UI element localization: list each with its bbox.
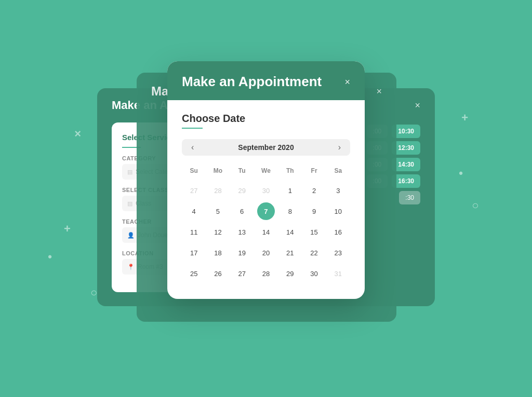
deco-plus-1: + — [64, 222, 71, 236]
cal-day-13[interactable]: 13 — [233, 223, 251, 241]
cal-day-27[interactable]: 27 — [233, 265, 251, 282]
front-card-title: Make an Appointment — [182, 74, 322, 90]
cal-day-15[interactable]: 15 — [305, 223, 323, 241]
choose-date-underline — [182, 128, 203, 129]
deco-dot-2: • — [459, 167, 463, 180]
cal-day-25[interactable]: 25 — [185, 265, 203, 282]
cal-week-2: 4 5 6 7 8 9 10 — [182, 201, 350, 221]
cal-day-29[interactable]: 29 — [281, 265, 299, 282]
deco-plus-2: + — [461, 111, 468, 125]
cal-day-5[interactable]: 5 — [209, 202, 227, 220]
cal-day-21[interactable]: 21 — [281, 244, 299, 262]
category-icon: ▤ — [127, 169, 132, 175]
calendar-nav: ‹ September 2020 › — [182, 139, 350, 156]
cal-day-23[interactable]: 23 — [329, 244, 347, 262]
calendar-header-row: Su Mo Tu We Th Fr Sa — [182, 165, 350, 176]
cal-day-2[interactable]: 2 — [305, 182, 323, 199]
class-icon: ▤ — [127, 200, 132, 207]
deco-circle-1: ○ — [90, 286, 97, 299]
cal-week-5: 25 26 27 28 29 30 31 — [182, 264, 350, 283]
front-card-close-button[interactable]: × — [344, 77, 350, 87]
front-card-header: Make an Appointment × — [167, 61, 365, 100]
cal-day-26[interactable]: 26 — [209, 265, 227, 282]
cal-day-27-prev[interactable]: 27 — [185, 182, 203, 199]
cal-day-31-next[interactable]: 31 — [329, 265, 347, 282]
cal-day-11[interactable]: 11 — [185, 223, 203, 241]
prev-month-button[interactable]: ‹ — [189, 143, 196, 152]
cal-day-16[interactable]: 16 — [329, 223, 347, 241]
day-header-mo: Mo — [206, 165, 230, 176]
choose-date-title: Choose Date — [182, 113, 350, 125]
cal-week-1: 27 28 29 30 1 2 3 — [182, 181, 350, 200]
cal-week-3: 11 12 13 14 14 15 16 — [182, 222, 350, 242]
cal-week-4: 17 18 19 20 21 22 23 — [182, 243, 350, 263]
cal-day-30-prev[interactable]: 30 — [257, 182, 275, 199]
cal-day-19[interactable]: 19 — [233, 244, 251, 262]
front-card: Make an Appointment × Choose Date ‹ Sept… — [167, 61, 365, 299]
day-header-tu: Tu — [230, 165, 254, 176]
time-slot-partial[interactable]: :30 — [399, 191, 420, 204]
deco-dot-1: • — [48, 250, 52, 264]
deco-cross-1: × — [74, 127, 81, 141]
cal-day-6[interactable]: 6 — [233, 202, 251, 220]
location-icon: 📍 — [127, 264, 135, 270]
day-header-we: We — [254, 165, 278, 176]
day-header-fr: Fr — [302, 165, 326, 176]
cal-day-1[interactable]: 1 — [281, 182, 299, 199]
cal-day-17[interactable]: 17 — [185, 244, 203, 262]
cal-day-14[interactable]: 14 — [257, 223, 275, 241]
cal-day-10[interactable]: 10 — [329, 202, 347, 220]
cal-day-28[interactable]: 28 — [257, 265, 275, 282]
cal-day-7-selected[interactable]: 7 — [257, 202, 275, 220]
cal-day-8[interactable]: 8 — [281, 202, 299, 220]
cal-day-9[interactable]: 9 — [305, 202, 323, 220]
day-header-th: Th — [278, 165, 302, 176]
cal-day-3[interactable]: 3 — [329, 182, 347, 199]
cal-day-22[interactable]: 22 — [305, 244, 323, 262]
cal-day-4[interactable]: 4 — [185, 202, 203, 220]
deco-circle-2: ○ — [472, 199, 478, 212]
cal-day-14b[interactable]: 14 — [281, 223, 299, 241]
day-header-su: Su — [182, 165, 206, 176]
cal-day-12[interactable]: 12 — [209, 223, 227, 241]
bg-card-close-button[interactable]: × — [415, 100, 420, 111]
cal-day-29-prev[interactable]: 29 — [233, 182, 251, 199]
calendar-month-year: September 2020 — [238, 143, 294, 152]
mid-card-close-button[interactable]: × — [376, 87, 382, 96]
day-header-sa: Sa — [326, 165, 350, 176]
cal-day-30[interactable]: 30 — [305, 265, 323, 282]
cal-day-20[interactable]: 20 — [257, 244, 275, 262]
next-month-button[interactable]: › — [336, 143, 343, 152]
cal-day-18[interactable]: 18 — [209, 244, 227, 262]
teacher-icon: 👤 — [127, 232, 135, 239]
calendar-section: Choose Date ‹ September 2020 › Su Mo Tu … — [167, 100, 365, 299]
cal-day-28-prev[interactable]: 28 — [209, 182, 227, 199]
calendar-grid: Su Mo Tu We Th Fr Sa 27 28 29 30 1 2 3 4 — [182, 165, 350, 283]
